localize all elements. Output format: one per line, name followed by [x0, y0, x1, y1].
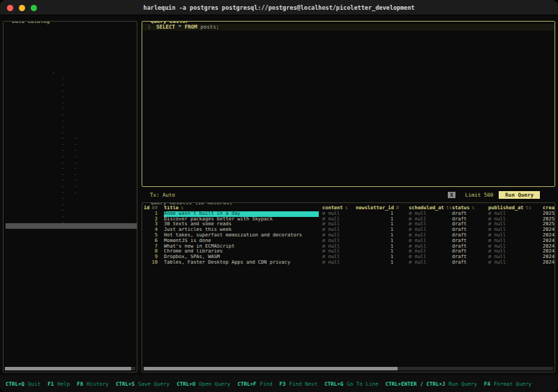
- cell-created-at[interactable]: 2025: [543, 222, 555, 227]
- catalog-tree-item[interactable]: │ ├─ published_atts: [6, 169, 137, 175]
- footer-shortcut[interactable]: F3Find Next: [280, 381, 318, 387]
- catalog-tree-item[interactable]: ├─▶ ar_internal_metadatat: [6, 97, 137, 103]
- cell-content[interactable]: ∅ null: [322, 260, 356, 266]
- footer-shortcut[interactable]: CTRL+GGo To Line: [324, 381, 378, 387]
- column-header-newsletter-id[interactable]: newsletter_id#: [356, 206, 402, 211]
- footer-shortcut[interactable]: CTRL+QQuit: [6, 381, 40, 387]
- catalog-tree-item[interactable]: picoletter_testdb: [6, 229, 137, 235]
- cell-created-at[interactable]: 2024: [543, 227, 555, 233]
- run-query-button[interactable]: Run Query: [499, 191, 540, 199]
- cell-newsletter-id[interactable]: 1: [356, 255, 402, 260]
- editor-current-line[interactable]: 1 SELECT * FROM posts;: [142, 24, 555, 31]
- catalog-tree-item[interactable]: ├─▶ action_text_rich_textst: [6, 73, 137, 80]
- catalog-tree-item[interactable]: pico_letter_developmentdb: [6, 49, 137, 55]
- catalog-tree-item[interactable]: │ ├─ newsletter_id#: [6, 151, 137, 157]
- footer-shortcut[interactable]: CTRL+ENTER / CTRL+JRun Query: [385, 381, 476, 387]
- catalog-tree-item[interactable]: chatwoot_testdb: [6, 31, 137, 38]
- cell-created-at[interactable]: 2024: [543, 249, 555, 255]
- column-header-title[interactable]: titles: [164, 206, 319, 211]
- limit-checkbox[interactable]: X: [448, 192, 455, 198]
- transaction-mode-toggle[interactable]: Tx: Auto: [150, 192, 175, 198]
- catalog-tree-item[interactable]: pico_letter_testdb: [6, 55, 137, 61]
- catalog-tree-item[interactable]: ├─▶ schema_migrationst: [6, 193, 137, 199]
- catalog-tree-item[interactable]: │ ├─ id##: [6, 133, 137, 140]
- cell-newsletter-id[interactable]: 1: [356, 260, 402, 266]
- cell-created-at[interactable]: 2024: [543, 239, 555, 244]
- catalog-tree-item[interactable]: robinai_devdb: [6, 247, 137, 253]
- catalog-tree-item[interactable]: picoletter_development_queuedb: [6, 223, 137, 229]
- catalog-horizontal-scrollbar[interactable]: [5, 367, 135, 370]
- minimize-window-button[interactable]: [19, 5, 25, 11]
- cell-title[interactable]: Tables, Faster Desktop Apps and CDN priv…: [164, 260, 319, 266]
- cell-title[interactable]: Dropbox, SPAs, WASM: [164, 255, 319, 260]
- catalog-tree-item[interactable]: │ ├─ titles: [6, 139, 137, 145]
- catalog-tree-item[interactable]: │ └─ slugs: [6, 187, 137, 193]
- catalog-tree-item[interactable]: │ ├─ statuss: [6, 163, 137, 169]
- catalog-tree-item[interactable]: │ ├─ scheduled_atts: [6, 157, 137, 163]
- cell-newsletter-id[interactable]: 1: [356, 211, 402, 217]
- cell-scheduled-at[interactable]: ∅ null: [402, 260, 452, 266]
- footer-shortcut[interactable]: F8History: [77, 381, 109, 387]
- catalog-tree-item[interactable]: ├─▶ active_storage_blobst: [6, 85, 137, 91]
- sql-code[interactable]: SELECT * FROM posts;: [156, 24, 219, 31]
- catalog-tree-item[interactable]: ├─▶ solid_cache_entriest: [6, 205, 137, 211]
- query-editor-panel[interactable]: Query Editor 1 SELECT * FROM posts;: [142, 21, 555, 187]
- catalog-tree-item[interactable]: ├─▶ domainst: [6, 103, 137, 110]
- limit-input[interactable]: Limit 500: [465, 192, 494, 198]
- cell-title[interactable]: Just articles this week: [164, 227, 319, 233]
- cell-created-at[interactable]: 2024: [543, 260, 555, 266]
- cell-newsletter-id[interactable]: 1: [356, 244, 402, 250]
- cell-id[interactable]: 10: [144, 260, 158, 266]
- cell-newsletter-id[interactable]: 1: [356, 249, 402, 255]
- cell-created-at[interactable]: 2025: [543, 217, 555, 223]
- cell-title[interactable]: MomentJS is done: [164, 239, 319, 244]
- catalog-tree-item[interactable]: └─▶ userst: [6, 217, 137, 223]
- catalog-tree-item[interactable]: robinai_testdb: [6, 253, 137, 259]
- catalog-tree-item[interactable]: ├─▶ emailst: [6, 115, 137, 121]
- zoom-window-button[interactable]: [31, 5, 37, 11]
- catalog-tree-item[interactable]: ▼ picoletter_developmentdb: [6, 61, 137, 68]
- catalog-tree-item[interactable]: postgresdb: [6, 241, 137, 247]
- catalog-tree-item[interactable]: picoletter_test_queuedb: [6, 235, 137, 241]
- footer-shortcut[interactable]: F1Help: [47, 381, 70, 387]
- cell-newsletter-id[interactable]: 1: [356, 227, 402, 233]
- footer-shortcut[interactable]: CTRL+OOpen Query: [176, 381, 230, 387]
- catalog-tree-item[interactable]: └─▼ publics: [6, 67, 137, 73]
- cell-title[interactable]: Discover packages better with Skypack: [164, 217, 319, 223]
- cell-title[interactable]: Rome wasn't built in a day: [164, 211, 319, 217]
- cell-title[interactable]: What's new in ECMAScript: [164, 244, 319, 250]
- catalog-tree-item[interactable]: │ ├─ contents: [6, 145, 137, 151]
- cell-newsletter-id[interactable]: 1: [356, 222, 402, 227]
- scrollbar-thumb[interactable]: [144, 367, 398, 370]
- catalog-tree-item[interactable]: ├─▶ sessionst: [6, 199, 137, 205]
- catalog-tree-item[interactable]: ├─▼ postst: [6, 127, 137, 133]
- scrollbar-thumb[interactable]: [5, 367, 131, 370]
- cell-created-at[interactable]: 2024: [543, 233, 555, 239]
- catalog-tree-item[interactable]: ├─▶ newsletterst: [6, 121, 137, 128]
- close-window-button[interactable]: [7, 5, 13, 11]
- cell-title[interactable]: 30 texts and some reads: [164, 222, 319, 227]
- footer-shortcut[interactable]: F4Format Query: [484, 381, 531, 387]
- cell-published-at[interactable]: ∅ null: [483, 260, 543, 266]
- cell-status[interactable]: draft: [452, 260, 483, 266]
- cell-newsletter-id[interactable]: 1: [356, 217, 402, 223]
- cell-created-at[interactable]: 2024: [543, 255, 555, 260]
- footer-shortcut[interactable]: CTRL+SSave Query: [116, 381, 169, 387]
- cell-created-at[interactable]: 2024: [543, 244, 555, 250]
- results-horizontal-scrollbar[interactable]: [144, 367, 553, 370]
- catalog-tree-item[interactable]: shivammishradb: [6, 259, 137, 265]
- cell-title[interactable]: Hot takes, superfast memoization and dec…: [164, 233, 319, 239]
- catalog-tree-item[interactable]: ├─▶ email_clickst: [6, 109, 137, 115]
- catalog-tree-item[interactable]: │ ├─ updated_atts: [6, 181, 137, 187]
- cell-newsletter-id[interactable]: 1: [356, 233, 402, 239]
- catalog-tree-item[interactable]: ├─▶ subscriberst: [6, 211, 137, 217]
- catalog-tree-item[interactable]: ├─▶ active_storage_variant_recordst: [6, 91, 137, 98]
- catalog-tree-item[interactable]: ├─▶ active_storage_attachmentst: [6, 79, 137, 85]
- column-header-created-at[interactable]: crea: [543, 206, 555, 211]
- cell-title[interactable]: Chrome and libraries: [164, 249, 319, 255]
- catalog-tree-item[interactable]: noto-djangodb: [6, 43, 137, 50]
- catalog-tree-item[interactable]: │ ├─ created_atts: [6, 175, 137, 181]
- catalog-tree-item[interactable]: maybe_devdb: [6, 37, 137, 43]
- footer-shortcut[interactable]: CTRL+FFind: [237, 381, 272, 387]
- cell-newsletter-id[interactable]: 1: [356, 239, 402, 244]
